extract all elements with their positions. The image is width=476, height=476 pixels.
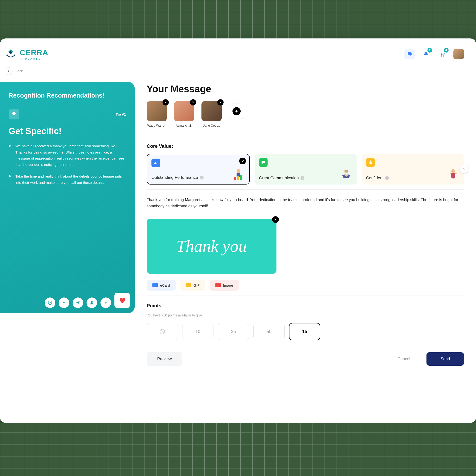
- bell-icon[interactable]: 2: [421, 49, 431, 59]
- core-value-label: Core Value:: [147, 143, 464, 149]
- back-button[interactable]: [5, 67, 13, 75]
- message-body[interactable]: Thank you for training Margaret as she's…: [147, 197, 464, 209]
- tips-decoration: [45, 293, 130, 308]
- points-sublabel: You have 750 points available to give: [147, 313, 464, 317]
- media-tab-image[interactable]: Image: [210, 280, 239, 291]
- tips-heading: Get Specific!: [9, 126, 126, 136]
- recipient-chip: Wade Warre..: [147, 101, 167, 127]
- points-label: Points:: [147, 303, 464, 308]
- svg-point-18: [451, 169, 455, 173]
- chat-icon[interactable]: [404, 49, 415, 59]
- remove-recipient-button[interactable]: [217, 99, 224, 105]
- remove-recipient-button[interactable]: [190, 99, 196, 105]
- core-value-great-communication[interactable]: Great Communication i: [255, 154, 357, 185]
- recipient-name: Wade Warre..: [147, 124, 166, 127]
- tips-panel: Recognition Recommendations! Tip #1 Get …: [0, 82, 135, 313]
- recipient-chip: Asma Khal..: [174, 101, 194, 127]
- logo-icon: [5, 48, 17, 60]
- info-icon: i: [199, 175, 204, 180]
- next-core-value-button[interactable]: [460, 165, 468, 173]
- tip-bullet: We have all received a thank you note th…: [9, 143, 126, 168]
- brand-subtitle: APPLAUSE: [20, 57, 48, 60]
- heart-icon: [114, 293, 130, 308]
- add-recipient-button[interactable]: [229, 103, 244, 119]
- divider: [147, 296, 464, 296]
- divider: [147, 136, 464, 136]
- tips-title: Recognition Recommendations!: [9, 92, 126, 99]
- person-illustration: [232, 167, 245, 180]
- core-value-outstanding-performance[interactable]: Outstanding Performance i: [147, 154, 250, 185]
- info-icon: i: [300, 176, 305, 180]
- svg-rect-11: [237, 176, 239, 180]
- recipient-avatar: [174, 101, 194, 121]
- brand-name: CERRA: [20, 48, 48, 57]
- send-button[interactable]: Send: [426, 352, 464, 366]
- image-icon: [215, 283, 221, 287]
- lightbulb-icon: [9, 109, 19, 119]
- svg-text:i: i: [302, 177, 302, 180]
- user-avatar[interactable]: [453, 49, 464, 59]
- ecard-text: Thank you: [176, 238, 247, 255]
- points-option[interactable]: 50: [253, 323, 285, 340]
- media-tab-label: eCard: [160, 283, 170, 287]
- ecard-icon: [152, 283, 158, 287]
- media-tab-label: Image: [223, 283, 233, 287]
- svg-point-5: [91, 301, 93, 303]
- brand-logo[interactable]: CERRA APPLAUSE: [5, 48, 48, 60]
- handshake-illustration: [340, 168, 353, 181]
- page-title: Your Message: [147, 84, 464, 94]
- core-value-name: Great Communication: [259, 175, 299, 181]
- check-icon: [239, 158, 246, 164]
- cart-badge: 4: [444, 48, 449, 53]
- notifications-badge: 2: [427, 48, 432, 53]
- chart-icon: [151, 159, 160, 167]
- core-value-name: Outstanding Performance: [151, 175, 198, 180]
- tip-number: Tip #1: [116, 112, 126, 116]
- svg-rect-15: [345, 170, 348, 172]
- info-icon: i: [385, 176, 389, 180]
- preview-button[interactable]: Preview: [147, 352, 182, 366]
- svg-point-1: [14, 54, 15, 56]
- recipient-name: Asma Khal..: [176, 124, 193, 127]
- thumbs-up-icon: [366, 158, 375, 167]
- svg-rect-12: [240, 175, 242, 180]
- media-tab-label: GIF: [194, 283, 199, 287]
- recipient-name: Jane Copp..: [203, 124, 220, 127]
- recipient-avatar: [201, 101, 222, 121]
- ecard-preview: Thank you: [147, 219, 277, 274]
- points-option[interactable]: 25: [218, 323, 249, 340]
- person-illustration: [447, 168, 460, 181]
- core-value-confident[interactable]: Confident i: [362, 154, 464, 185]
- media-tab-gif[interactable]: GIF: [180, 280, 205, 291]
- recipient-avatar: [147, 101, 167, 121]
- svg-point-3: [443, 56, 444, 56]
- svg-point-0: [6, 54, 8, 56]
- recipient-chip: Jane Copp..: [201, 101, 222, 127]
- cart-icon[interactable]: 4: [437, 49, 448, 59]
- svg-rect-10: [234, 177, 236, 180]
- points-custom-input[interactable]: 15: [289, 323, 320, 340]
- points-option[interactable]: 10: [182, 323, 213, 340]
- svg-text:i: i: [201, 176, 202, 179]
- remove-ecard-button[interactable]: [272, 216, 279, 223]
- cancel-button[interactable]: Cancel: [387, 352, 421, 366]
- back-label: Back: [15, 69, 23, 73]
- points-option-none[interactable]: [147, 323, 178, 340]
- svg-point-2: [441, 56, 442, 56]
- core-value-name: Confident: [366, 175, 384, 181]
- svg-text:i: i: [387, 177, 387, 180]
- chat-bubble-icon: [259, 158, 267, 167]
- tip-bullet: Take the time and really think about the…: [9, 173, 126, 186]
- remove-recipient-button[interactable]: [162, 99, 169, 105]
- svg-point-8: [237, 169, 240, 173]
- media-tab-ecard[interactable]: eCard: [147, 280, 176, 291]
- gif-icon: [186, 283, 191, 287]
